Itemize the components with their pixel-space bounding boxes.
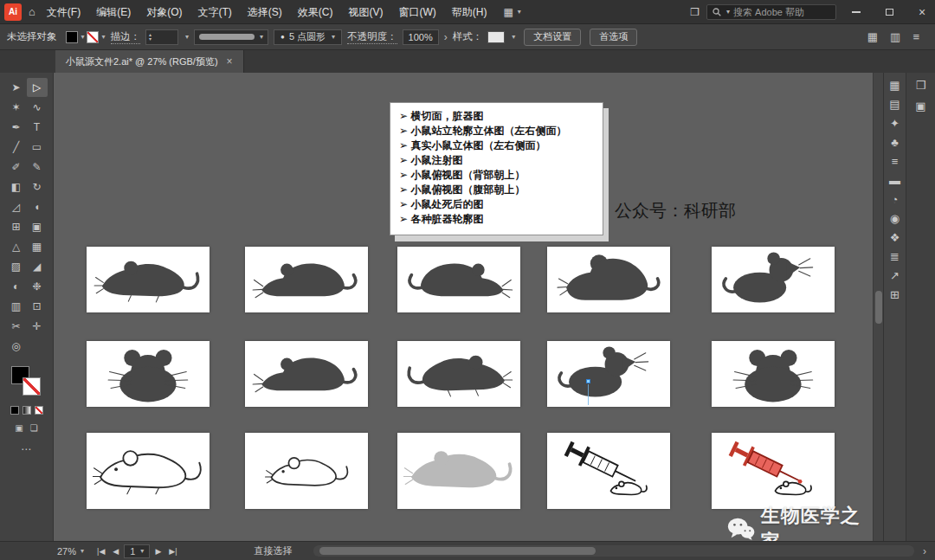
menu-item-4[interactable]: 选择(S) — [240, 0, 290, 24]
menu-item-0[interactable]: 文件(F) — [39, 0, 88, 24]
last-artboard-button[interactable]: ▶| — [166, 547, 179, 556]
artboard-11-outline[interactable] — [87, 433, 210, 509]
artboard-2-hunched[interactable] — [245, 247, 368, 312]
search-box[interactable]: ▾ — [706, 4, 836, 20]
vertical-scrollbar-thumb[interactable] — [875, 291, 882, 324]
panel-libraries-icon[interactable]: ▣ — [915, 100, 925, 112]
artboard-10-front[interactable] — [712, 341, 835, 407]
tool-column-graph[interactable]: ▥ — [6, 297, 27, 316]
minimize-button[interactable] — [843, 0, 869, 24]
tool-zoom[interactable]: ◎ — [6, 337, 27, 356]
opacity-expand-icon[interactable]: › — [444, 31, 448, 43]
tool-mesh[interactable]: ▦ — [27, 237, 48, 256]
panel-dock-icon[interactable]: ▥ — [890, 30, 900, 43]
stroke-weight-stepper[interactable]: ▴▾ — [145, 29, 178, 45]
style-chevron-icon[interactable]: ▾ — [512, 33, 515, 41]
tool-scale[interactable]: ◿ — [6, 197, 27, 216]
artboard-number-select[interactable]: 1 ▾ — [124, 544, 150, 558]
menu-item-5[interactable]: 效果(C) — [290, 0, 341, 24]
color-mode-icon[interactable] — [10, 406, 19, 415]
artboard-13-light[interactable] — [397, 433, 520, 509]
panel-symbols-icon[interactable]: ♣ — [891, 137, 899, 148]
prev-artboard-button[interactable]: ◀ — [110, 547, 121, 556]
artboard-9-alert[interactable] — [547, 341, 670, 407]
toolbar-overflow-icon[interactable]: ⋯ — [21, 443, 32, 455]
search-input[interactable] — [733, 7, 830, 17]
panel-color-guide-icon[interactable]: ✦ — [890, 118, 900, 129]
menu-item-2[interactable]: 对象(O) — [139, 0, 190, 24]
tool-magic-wand[interactable]: ✶ — [6, 98, 27, 117]
tool-eraser[interactable]: ◧ — [6, 177, 27, 196]
menu-item-6[interactable]: 视图(V) — [341, 0, 391, 24]
canvas[interactable]: ➢ 横切面，脏器图➢ 小鼠站立轮廓立体图（左右侧面）➢ 真实小鼠立体图（左右侧面… — [54, 73, 873, 541]
document-setup-button[interactable]: 文档设置 — [524, 29, 581, 46]
panel-color-icon[interactable]: ▤ — [889, 99, 900, 110]
preferences-button[interactable]: 首选项 — [590, 29, 637, 46]
tool-eyedropper[interactable]: ◢ — [27, 257, 48, 276]
vertical-scrollbar[interactable] — [873, 73, 883, 541]
workspace-switcher[interactable]: ▦ ▾ — [504, 6, 521, 18]
menu-icon[interactable]: ≡ — [912, 30, 919, 43]
scroll-right-icon[interactable]: › — [923, 545, 926, 557]
menu-item-1[interactable]: 编辑(E) — [88, 0, 139, 24]
style-swatch[interactable] — [487, 31, 505, 43]
panel-asset-export-icon[interactable]: ↗ — [890, 270, 900, 281]
tool-artboard[interactable]: ⊡ — [27, 297, 48, 316]
artboard-4-round[interactable] — [547, 247, 670, 312]
stroke-weight-chevron-icon[interactable]: ▾ — [185, 33, 189, 41]
tool-gradient[interactable]: ▨ — [6, 257, 27, 276]
home-icon[interactable]: ⌂ — [29, 5, 35, 18]
panel-artboards-icon[interactable]: ⊞ — [890, 289, 900, 300]
close-button[interactable]: × — [909, 0, 935, 24]
stroke-color-swatch[interactable] — [87, 31, 99, 43]
artboard-14-syringe-black[interactable] — [547, 433, 670, 509]
gradient-mode-icon[interactable] — [23, 406, 31, 415]
tool-pen[interactable]: ✒ — [6, 118, 27, 137]
menu-item-7[interactable]: 窗口(W) — [391, 0, 444, 24]
tool-direct-selection[interactable]: ▷ — [27, 78, 48, 97]
tool-free-transform[interactable]: ⊞ — [6, 217, 27, 236]
panel-brushes-icon[interactable]: ▬ — [889, 175, 900, 186]
stroke-none-swatch[interactable] — [23, 377, 41, 396]
document-tab[interactable]: 小鼠源文件2.ai* @ 27% (RGB/预览) × — [55, 50, 244, 73]
workspace-grid-icon[interactable]: ▦ — [867, 30, 878, 43]
panel-graphic-styles-icon[interactable]: ❖ — [890, 232, 900, 243]
stroke-weight-label[interactable]: 描边： — [111, 30, 141, 44]
artboard-1-side[interactable] — [87, 247, 210, 312]
maximize-button[interactable] — [876, 0, 902, 24]
panel-stroke-icon[interactable]: ≡ — [892, 156, 899, 167]
tool-perspective-grid[interactable]: △ — [6, 237, 27, 256]
tool-symbol-sprayer[interactable]: ❉ — [27, 277, 48, 296]
opacity-label[interactable]: 不透明度： — [347, 30, 397, 44]
tool-width[interactable]: ◖ — [27, 197, 48, 216]
panel-appearance-icon[interactable]: ◉ — [890, 213, 900, 224]
brush-definition-select[interactable]: ● 5 点圆形 ▾ — [274, 29, 342, 45]
arrange-documents-icon[interactable]: ❒ — [690, 6, 700, 18]
panel-transparency-icon[interactable]: ◔ — [892, 194, 899, 205]
tool-slice[interactable]: ✂ — [6, 317, 27, 336]
tool-lasso[interactable]: ∿ — [27, 98, 48, 117]
artboard-6-front[interactable] — [87, 341, 210, 407]
stroke-chevron-icon[interactable]: ▾ — [102, 33, 106, 41]
next-artboard-button[interactable]: ▶ — [152, 547, 164, 556]
artboard-15-syringe-red[interactable] — [712, 433, 835, 509]
tab-close-icon[interactable]: × — [227, 55, 233, 68]
search-scope-chevron-icon[interactable]: ▾ — [726, 8, 730, 16]
panel-swatches-icon[interactable]: ▦ — [889, 80, 900, 91]
tool-hand[interactable]: ✛ — [27, 317, 48, 336]
panel-properties-icon[interactable]: ❒ — [916, 80, 926, 91]
artboard-5-alert[interactable] — [712, 247, 835, 312]
first-artboard-button[interactable]: |◀ — [94, 547, 107, 556]
tool-rotate[interactable]: ↻ — [27, 177, 48, 196]
fill-stroke-indicator[interactable] — [11, 366, 42, 397]
tool-pencil[interactable]: ✎ — [27, 158, 48, 177]
artboard-8-side[interactable] — [397, 341, 520, 407]
app-logo-icon[interactable]: Ai — [4, 3, 22, 21]
horizontal-scrollbar[interactable] — [313, 545, 914, 557]
note-panel[interactable]: ➢ 横切面，脏器图➢ 小鼠站立轮廓立体图（左右侧面）➢ 真实小鼠立体图（左右侧面… — [390, 102, 603, 235]
panel-layers-icon[interactable]: ≣ — [890, 251, 900, 262]
zoom-level-select[interactable]: 27% ▾ — [57, 546, 84, 557]
artboard-3-hunched[interactable] — [397, 247, 520, 312]
artboard-12-outline-small[interactable] — [245, 433, 368, 509]
tool-blend[interactable]: ◐ — [6, 277, 27, 296]
